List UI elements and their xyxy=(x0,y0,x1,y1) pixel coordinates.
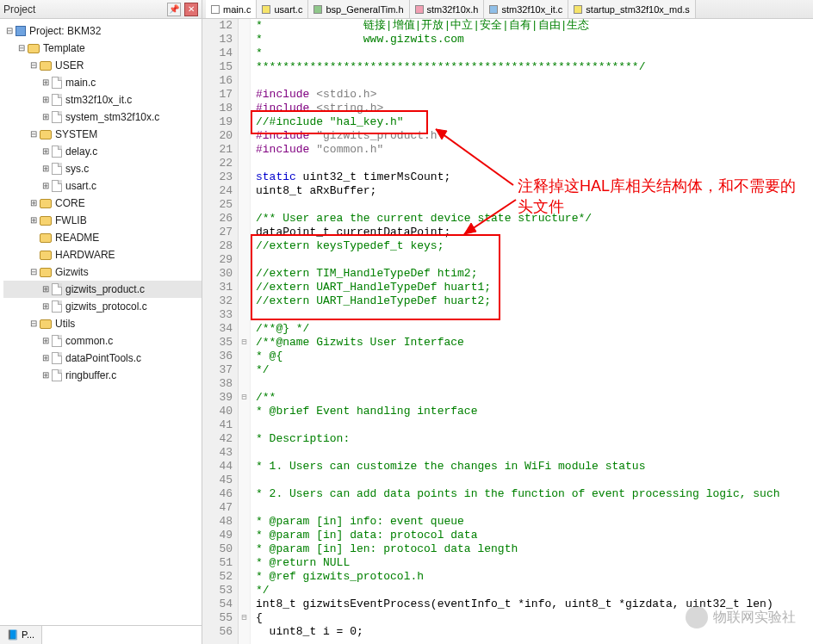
expand-icon[interactable]: ⊞ xyxy=(28,195,40,211)
fold-toggle[interactable]: ⊟ xyxy=(239,336,250,350)
expand-icon[interactable]: ⊟ xyxy=(16,40,28,56)
code-line[interactable]: * @param [in] len: protocol data length xyxy=(251,542,813,556)
code-line[interactable]: /**@} */ xyxy=(251,322,813,336)
expand-icon[interactable]: ⊞ xyxy=(40,368,52,383)
code-line[interactable]: //extern UART_HandleTypeDef huart1; xyxy=(251,281,813,294)
code-line[interactable]: * 链接|增值|开放|中立|安全|自有|自由|生态 xyxy=(251,19,813,33)
tree-item[interactable]: ⊞main.c xyxy=(3,74,202,91)
code-line[interactable] xyxy=(251,308,813,322)
code-line[interactable] xyxy=(251,501,813,515)
code-line[interactable]: * www.gizwits.com xyxy=(251,33,813,46)
tree-item[interactable]: ⊞usart.c xyxy=(3,177,202,195)
fold-toggle xyxy=(239,184,250,198)
code-line[interactable]: #include "common.h" xyxy=(251,143,813,157)
code-line[interactable]: #include "gizwits_product.h" xyxy=(251,129,813,143)
code-line[interactable]: dataPoint_t currentDataPoint; xyxy=(251,226,813,239)
editor-tab[interactable]: main.c xyxy=(206,0,257,18)
code-line[interactable]: * 1. Users can customize the changes in … xyxy=(251,460,813,474)
tree-item[interactable]: ⊞system_stm32f10x.c xyxy=(3,108,202,126)
code-line[interactable]: ****************************************… xyxy=(251,60,813,74)
code-line[interactable]: //extern UART_HandleTypeDef huart2; xyxy=(251,294,813,308)
code-line[interactable]: * @{ xyxy=(251,350,813,363)
project-tree[interactable]: ⊟Project: BKM32⊟Template⊟USER⊞main.c⊞stm… xyxy=(0,19,202,384)
code-line[interactable]: #include <stdio.h> xyxy=(251,88,813,102)
tree-item[interactable]: ⊞sys.c xyxy=(3,160,202,177)
tree-item[interactable]: ⊞CORE xyxy=(3,195,202,212)
tree-item[interactable]: ⊟Utils xyxy=(3,315,202,332)
tree-item[interactable]: ⊞gizwits_protocol.c xyxy=(3,298,202,315)
expand-icon[interactable]: ⊞ xyxy=(40,161,52,176)
code-area[interactable]: 注释掉这HAL库相关结构体，和不需要的 头文件 * 链接|增值|开放|中立|安全… xyxy=(251,19,813,644)
expand-icon[interactable]: ⊟ xyxy=(28,316,40,331)
expand-icon[interactable]: ⊞ xyxy=(40,144,52,159)
tree-item[interactable]: ⊞dataPointTools.c xyxy=(3,350,202,367)
code-line[interactable] xyxy=(251,377,813,391)
tree-item[interactable]: ⊞ringbuffer.c xyxy=(3,367,202,384)
code-line[interactable]: */ xyxy=(251,584,813,598)
tree-item[interactable]: ⊟Template xyxy=(3,40,202,57)
tree-item[interactable]: ⊞FWLIB xyxy=(3,212,202,229)
code-line[interactable]: /** xyxy=(251,391,813,405)
fold-toggle[interactable]: ⊟ xyxy=(239,611,250,625)
line-number: 22 xyxy=(202,157,233,170)
tree-item[interactable]: ⊟Gizwits xyxy=(3,263,202,281)
expand-icon[interactable]: ⊞ xyxy=(40,333,52,349)
line-number: 48 xyxy=(202,515,233,529)
code-line[interactable]: * Description: xyxy=(251,432,813,446)
code-line[interactable]: * @return NULL xyxy=(251,556,813,570)
code-line[interactable]: //#include "hal_key.h" xyxy=(251,115,813,129)
code-line[interactable] xyxy=(251,157,813,170)
tree-item[interactable]: README xyxy=(3,229,202,246)
code-line[interactable] xyxy=(251,74,813,88)
code-line[interactable] xyxy=(251,446,813,460)
panel-footer: 📘 P... xyxy=(0,625,202,644)
expand-icon[interactable]: ⊞ xyxy=(40,350,52,366)
tree-item[interactable]: ⊟SYSTEM xyxy=(3,126,202,143)
fold-toggle xyxy=(239,212,250,226)
expand-icon[interactable]: ⊟ xyxy=(28,264,40,280)
code-line[interactable]: * @ref gizwits_protocol.h xyxy=(251,570,813,584)
tree-item[interactable]: ⊞common.c xyxy=(3,332,202,350)
expand-icon[interactable]: ⊞ xyxy=(28,213,40,228)
expand-icon[interactable]: ⊞ xyxy=(40,178,52,194)
code-line[interactable]: * @param [in] data: protocol data xyxy=(251,529,813,542)
fold-toggle[interactable]: ⊟ xyxy=(239,391,250,405)
editor-tab[interactable]: bsp_GeneralTim.h xyxy=(308,0,409,18)
panel-title: Project xyxy=(3,3,164,15)
line-number: 38 xyxy=(202,377,233,391)
expand-icon[interactable]: ⊞ xyxy=(40,299,52,314)
expand-icon[interactable]: ⊞ xyxy=(40,282,52,297)
code-line[interactable] xyxy=(251,474,813,487)
tree-item[interactable]: HARDWARE xyxy=(3,246,202,263)
tree-item[interactable]: ⊞stm32f10x_it.c xyxy=(3,91,202,108)
code-line[interactable] xyxy=(251,418,813,432)
code-line[interactable]: * xyxy=(251,46,813,60)
editor-tab[interactable]: usart.c xyxy=(257,0,308,18)
pin-button[interactable]: 📌 xyxy=(167,3,181,16)
code-line[interactable]: * @brief Event handling interface xyxy=(251,405,813,418)
code-line[interactable]: //extern TIM_HandleTypeDef htim2; xyxy=(251,267,813,281)
expand-icon[interactable]: ⊞ xyxy=(40,75,52,90)
code-line[interactable]: */ xyxy=(251,363,813,377)
tree-item[interactable]: ⊞delay.c xyxy=(3,143,202,160)
expand-icon[interactable]: ⊟ xyxy=(28,58,40,73)
code-line[interactable]: * @param [in] info: event queue xyxy=(251,515,813,529)
expand-icon[interactable]: ⊞ xyxy=(40,92,52,108)
code-line[interactable]: * 2. Users can add data points in the fu… xyxy=(251,487,813,501)
tree-item[interactable]: ⊟Project: BKM32 xyxy=(3,22,202,40)
tree-item[interactable]: ⊞gizwits_product.c xyxy=(3,281,202,298)
expand-icon[interactable]: ⊟ xyxy=(28,127,40,142)
editor-tab[interactable]: startup_stm32f10x_md.s xyxy=(568,0,695,18)
tree-item[interactable]: ⊟USER xyxy=(3,57,202,74)
code-line[interactable]: //extern keysTypedef_t keys; xyxy=(251,239,813,253)
line-number: 43 xyxy=(202,446,233,460)
code-line[interactable] xyxy=(251,253,813,267)
expand-icon[interactable]: ⊞ xyxy=(40,109,52,125)
editor-tab[interactable]: stm32f10x_it.c xyxy=(484,0,568,18)
close-panel-button[interactable]: ✕ xyxy=(184,3,198,16)
editor-tab[interactable]: stm32f10x.h xyxy=(410,0,485,18)
expand-icon[interactable]: ⊟ xyxy=(3,23,16,39)
code-line[interactable]: /**@name Gizwits User Interface xyxy=(251,336,813,350)
code-line[interactable]: #include <string.h> xyxy=(251,102,813,115)
footer-tab[interactable]: 📘 P... xyxy=(0,626,42,644)
